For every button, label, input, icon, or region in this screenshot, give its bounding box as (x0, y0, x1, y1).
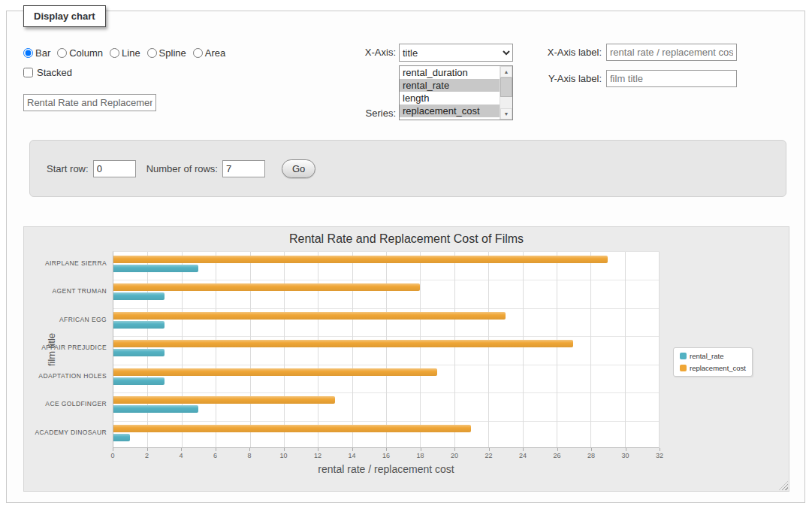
chart-series-legend: rental_ratereplacement_cost (673, 347, 753, 377)
v-gridline (250, 252, 251, 447)
x-tick-mark (660, 448, 660, 451)
x-tick-label: 18 (416, 452, 424, 459)
chart-type-radio-spline[interactable] (147, 48, 157, 58)
bar-replacement_cost (113, 340, 573, 347)
x-tick-mark (318, 448, 318, 451)
series-option-length[interactable]: length (400, 92, 500, 105)
bar-rental_rate (113, 405, 198, 413)
bar-replacement_cost (113, 368, 437, 376)
scroll-track[interactable] (500, 77, 512, 108)
x-tick-label: 26 (553, 452, 560, 459)
v-gridline (318, 252, 318, 447)
x-tick-label: 22 (484, 452, 492, 459)
category-label: ACE GOLDFINGER (24, 392, 107, 416)
y-axis-label-input[interactable] (606, 70, 737, 87)
x-tick-mark (147, 448, 148, 451)
legend-item-replacement_cost[interactable]: replacement_cost (680, 364, 746, 372)
bar-rental_rate (113, 434, 130, 441)
category-label: ACADEMY DINOSAUR (24, 420, 107, 444)
stacked-checkbox[interactable] (23, 68, 33, 77)
x-axis-title: rental rate / replacement cost (113, 463, 660, 475)
bar-rental_rate (113, 321, 165, 329)
x-tick-label: 10 (279, 452, 287, 459)
series-option-rental_rate[interactable]: rental_rate (400, 79, 500, 92)
start-row-input[interactable] (93, 160, 136, 177)
start-row-label: Start row: (47, 163, 89, 174)
row-controls-panel: Start row: Number of rows: Go (29, 140, 786, 197)
bar-replacement_cost (113, 283, 420, 291)
x-axis-select[interactable]: title (399, 44, 513, 62)
chart-type-radio-area[interactable] (193, 48, 203, 58)
x-tick-mark (113, 448, 113, 451)
panel-legend: Display chart (23, 5, 106, 27)
series-option-replacement_cost[interactable]: replacement_cost (400, 105, 500, 117)
chart-title-input[interactable] (23, 94, 156, 111)
chart-type-label-line: Line (122, 47, 140, 59)
category-labels: AIRPLANE SIERRAAGENT TRUMANAFRICAN EGGAF… (24, 251, 110, 448)
v-gridline (557, 252, 557, 447)
series-listbox[interactable]: rental_durationrental_ratelengthreplacem… (399, 65, 513, 120)
chart-type-label-bar: Bar (35, 47, 50, 59)
legend-label: rental_rate (690, 352, 723, 360)
x-tick-label: 4 (179, 452, 183, 459)
v-gridline (590, 252, 591, 447)
chart-type-option-area[interactable]: Area (193, 47, 225, 59)
go-button[interactable]: Go (282, 159, 315, 178)
x-tick-label: 6 (213, 452, 217, 459)
x-tick-mark (216, 448, 216, 451)
bar-replacement_cost (113, 396, 335, 404)
scroll-thumb[interactable] (500, 77, 512, 97)
num-rows-label: Number of rows: (146, 163, 218, 174)
num-rows-input[interactable] (222, 160, 265, 177)
legend-label: replacement_cost (690, 364, 746, 372)
scroll-up-icon[interactable]: ▲ (500, 66, 512, 77)
v-gridline (488, 252, 489, 447)
chart-type-option-spline[interactable]: Spline (147, 47, 186, 59)
chart-type-label-area: Area (205, 47, 225, 59)
x-tick-label: 12 (314, 452, 321, 459)
category-label: ADAPTATION HOLES (24, 364, 107, 388)
x-axis-caption: X-Axis: (330, 47, 396, 58)
bar-rental_rate (113, 292, 165, 300)
chart-type-radio-line[interactable] (110, 48, 119, 58)
x-tick-mark (626, 448, 626, 451)
v-gridline (284, 252, 285, 447)
x-tick-label: 0 (110, 452, 114, 459)
chart-type-radio-column[interactable] (57, 48, 67, 58)
x-tick-mark (249, 448, 250, 451)
plot-area (113, 251, 660, 448)
page: Display chart BarColumnLineSplineArea St… (0, 0, 812, 512)
v-gridline (454, 252, 455, 447)
chart-type-option-line[interactable]: Line (110, 47, 140, 59)
legend-item-rental_rate[interactable]: rental_rate (680, 352, 746, 360)
series-option-rental_duration[interactable]: rental_duration (400, 66, 500, 79)
category-label: AIRPLANE SIERRA (24, 251, 107, 275)
v-gridline (625, 252, 626, 447)
x-axis-label-input[interactable] (606, 44, 737, 61)
x-tick-label: 24 (519, 452, 527, 459)
v-gridline (659, 252, 660, 447)
scroll-down-icon[interactable]: ▼ (500, 108, 512, 120)
chart-type-radio-bar[interactable] (23, 48, 33, 58)
category-label: AFFAIR PREJUDICE (24, 335, 107, 359)
stacked-label: Stacked (37, 67, 72, 78)
v-gridline (216, 252, 216, 447)
y-axis-label-caption: Y-Axis label: (525, 73, 602, 84)
chart-type-option-bar[interactable]: Bar (23, 47, 50, 59)
v-gridline (523, 252, 524, 447)
v-gridline (352, 252, 353, 447)
x-axis-label-caption: X-Axis label: (525, 47, 602, 58)
legend-swatch-icon (680, 365, 687, 371)
x-tick-label: 16 (382, 452, 390, 459)
x-tick-mark (523, 448, 524, 451)
x-tick-label: 8 (247, 452, 251, 459)
bar-replacement_cost (113, 312, 506, 320)
series-scrollbar[interactable]: ▲ ▼ (500, 66, 512, 120)
chart-type-option-column[interactable]: Column (57, 47, 103, 59)
bar-rental_rate (113, 377, 165, 385)
x-tick-label: 30 (621, 452, 629, 459)
stacked-option[interactable]: Stacked (23, 67, 72, 78)
x-tick-mark (386, 448, 387, 451)
resize-handle-icon[interactable] (779, 481, 788, 490)
bar-rental_rate (113, 265, 198, 272)
